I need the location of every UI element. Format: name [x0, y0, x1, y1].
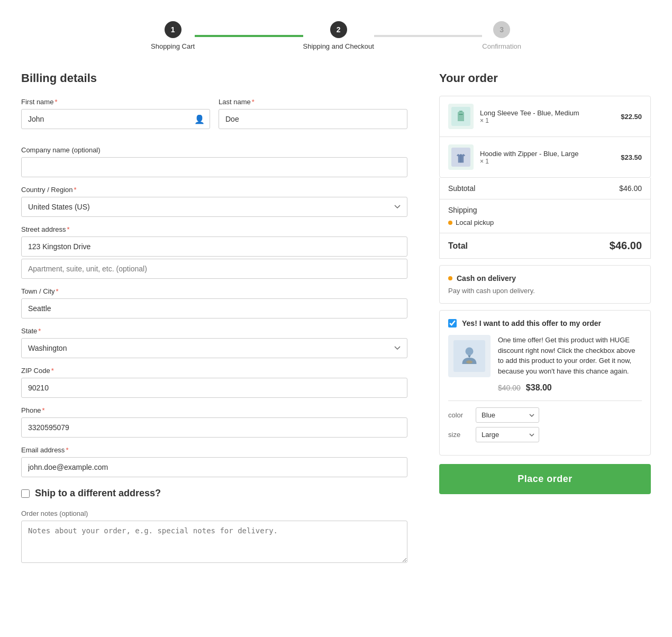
state-group: State* Washington — [21, 327, 407, 358]
email-group: Email address* — [21, 446, 407, 477]
shipping-option: Shipping Local pickup — [448, 206, 494, 226]
order-item-1: Long Sleeve Tee - Blue, Medium × 1 $22.5… — [440, 96, 650, 137]
last-name-input[interactable] — [219, 109, 407, 129]
company-input[interactable] — [21, 157, 407, 177]
payment-description: Pay with cash upon delivery. — [448, 287, 642, 295]
last-name-label: Last name* — [219, 98, 407, 106]
svg-rect-1 — [459, 114, 463, 115]
phone-label: Phone* — [21, 406, 407, 414]
contact-icon: 👤 — [194, 114, 205, 124]
step-2: 2 Shipping and Checkout — [303, 21, 374, 50]
size-select[interactable]: Small Medium Large XL — [476, 427, 539, 442]
step-2-label: Shipping and Checkout — [303, 42, 374, 50]
subtotal-label: Subtotal — [448, 184, 475, 193]
upsell-title: Yes! I want to add this offer to my orde… — [462, 319, 601, 327]
payment-dot — [448, 276, 452, 280]
shipping-dot — [448, 221, 452, 225]
item-2-price: $23.50 — [621, 153, 642, 161]
step-1-label: Shopping Cart — [151, 42, 195, 50]
state-label: State* — [21, 327, 407, 335]
city-input[interactable] — [21, 298, 407, 319]
item-2-name: Hoodie with Zipper - Blue, Large — [480, 150, 614, 158]
item-2-qty: × 1 — [480, 158, 614, 165]
upsell-description: One time offer! Get this product with HU… — [498, 335, 642, 394]
step-2-circle: 2 — [330, 21, 347, 38]
order-title: Your order — [439, 71, 651, 85]
color-select[interactable]: Blue Red Green — [476, 407, 539, 423]
step-1-circle: 1 — [165, 21, 181, 38]
zip-input[interactable] — [21, 378, 407, 398]
step-3-label: Confirmation — [482, 42, 521, 50]
step-3-circle: 3 — [493, 21, 510, 38]
line-2 — [374, 35, 482, 37]
item-1-qty: × 1 — [480, 117, 614, 124]
country-label: Country / Region* — [21, 186, 407, 194]
order-notes-textarea[interactable] — [21, 521, 407, 563]
upsell-new-price: $38.00 — [526, 381, 552, 394]
phone-group: Phone* — [21, 406, 407, 438]
country-select[interactable]: United States (US) — [21, 197, 407, 217]
order-totals: Subtotal $46.00 Shipping Local pickup To… — [439, 178, 651, 259]
svg-point-5 — [466, 348, 474, 356]
phone-input[interactable] — [21, 417, 407, 438]
item-1-name: Long Sleeve Tee - Blue, Medium — [480, 109, 614, 117]
line-1 — [195, 35, 303, 37]
subtotal-row: Subtotal $46.00 — [440, 178, 650, 199]
email-label: Email address* — [21, 446, 407, 454]
company-label: Company name (optional) — [21, 146, 407, 154]
upsell-body: One time offer! Get this product with HU… — [448, 335, 642, 394]
order-summary-section: Your order Long Sleeve Tee - Blue, M — [439, 71, 651, 571]
order-notes-group: Order notes (optional) — [21, 509, 407, 563]
order-notes-label: Order notes (optional) — [21, 509, 407, 517]
street-group: Street address* — [21, 225, 407, 279]
first-name-label: First name* — [21, 98, 210, 106]
shipping-row: Shipping Local pickup — [440, 199, 650, 233]
billing-section: Billing details First name* 👤 Last name* — [21, 71, 407, 571]
city-group: Town / City* — [21, 287, 407, 319]
place-order-button[interactable]: Place order — [439, 464, 651, 494]
size-label: size — [448, 431, 469, 439]
svg-point-6 — [466, 360, 473, 363]
order-item-2: Hoodie with Zipper - Blue, Large × 1 $23… — [440, 137, 650, 177]
zip-label: ZIP Code* — [21, 367, 407, 375]
step-3: 3 Confirmation — [482, 21, 521, 50]
color-option-row: color Blue Red Green — [448, 407, 642, 423]
upsell-section: Yes! I want to add this offer to my orde… — [439, 310, 651, 456]
upsell-image — [448, 335, 491, 377]
first-name-input-wrapper: 👤 — [21, 109, 210, 129]
upsell-old-price: $40.00 — [498, 383, 521, 394]
first-name-input[interactable] — [21, 109, 210, 129]
step-1: 1 Shopping Cart — [151, 21, 195, 50]
ship-different-section: Ship to a different address? — [21, 488, 407, 499]
item-1-image — [448, 104, 474, 129]
last-name-group: Last name* — [219, 98, 407, 129]
email-input[interactable] — [21, 457, 407, 477]
total-label: Total — [448, 241, 468, 251]
item-2-details: Hoodie with Zipper - Blue, Large × 1 — [480, 150, 614, 165]
item-2-image — [448, 144, 474, 170]
total-value: $46.00 — [610, 240, 642, 252]
first-name-group: First name* 👤 — [21, 98, 210, 129]
payment-method: Cash on delivery — [448, 274, 642, 283]
grand-total-row: Total $46.00 — [440, 233, 650, 258]
street2-input[interactable] — [21, 259, 407, 279]
shipping-label: Shipping — [448, 206, 494, 214]
ship-different-label[interactable]: Ship to a different address? — [21, 488, 407, 499]
upsell-options: color Blue Red Green size Small Medium L… — [448, 401, 642, 442]
ship-different-checkbox[interactable] — [21, 489, 30, 498]
country-group: Country / Region* United States (US) — [21, 186, 407, 217]
zip-group: ZIP Code* — [21, 367, 407, 398]
color-label: color — [448, 411, 469, 419]
order-items-list: Long Sleeve Tee - Blue, Medium × 1 $22.5… — [439, 96, 651, 178]
street-input[interactable] — [21, 236, 407, 257]
item-1-details: Long Sleeve Tee - Blue, Medium × 1 — [480, 109, 614, 124]
state-select[interactable]: Washington — [21, 338, 407, 358]
subtotal-value: $46.00 — [619, 184, 642, 193]
payment-section: Cash on delivery Pay with cash upon deli… — [439, 265, 651, 304]
upsell-checkbox[interactable] — [448, 319, 457, 327]
progress-bar: 1 Shopping Cart 2 Shipping and Checkout … — [21, 11, 651, 71]
upsell-price: $40.00 $38.00 — [498, 381, 642, 394]
street-label: Street address* — [21, 225, 407, 233]
city-label: Town / City* — [21, 287, 407, 295]
item-1-price: $22.50 — [621, 113, 642, 121]
